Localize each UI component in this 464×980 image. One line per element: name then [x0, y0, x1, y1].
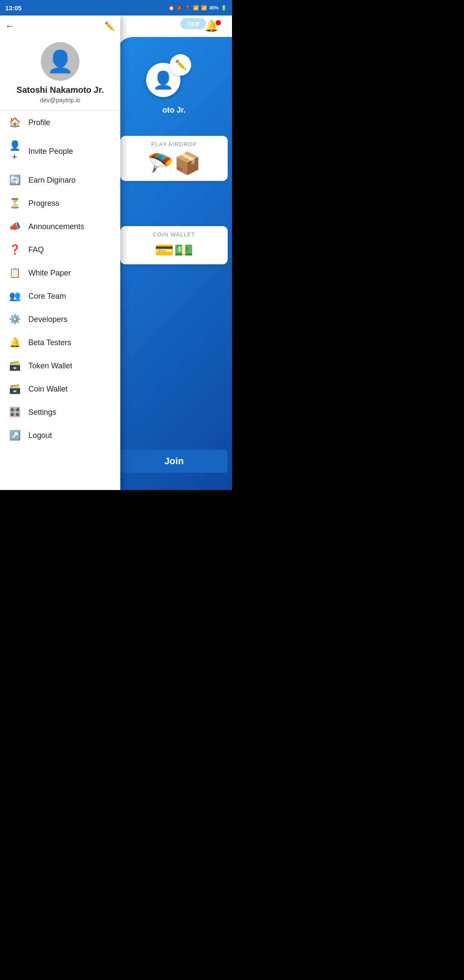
menu-label-announcements: Announcements	[28, 222, 84, 231]
drawer-profile: 👤 Satoshi Nakamoto Jr. dev@paytrip.io	[0, 37, 120, 111]
menu-label-whitepaper: White Paper	[28, 269, 71, 278]
menu-item-logout[interactable]: ↗️ Logout	[0, 424, 120, 447]
menu-item-profile[interactable]: 🏠 Profile	[0, 111, 120, 134]
menu-item-progress[interactable]: ⏳ Progress	[0, 192, 120, 215]
coin-wallet-icon: 💳💵	[125, 241, 223, 259]
battery-icon: 🔋	[221, 5, 227, 11]
menu-label-progress: Progress	[28, 199, 59, 208]
menu-label-developers: Developers	[28, 315, 67, 324]
menu-item-faq[interactable]: ❓ FAQ	[0, 238, 120, 261]
menu-icon-earn: 🔄	[9, 175, 21, 186]
mute-icon: 🔕	[177, 5, 183, 11]
alarm-icon: ⏰	[168, 5, 174, 11]
menu-label-coreteam: Core Team	[28, 292, 66, 301]
menu-icon-coreteam: 👥	[9, 291, 21, 302]
airdrop-card[interactable]: PLAY AIRDROP 🪂📦	[120, 136, 228, 181]
avatar-icon: 👤	[47, 49, 73, 74]
bg-edit-button[interactable]: ✏️	[170, 54, 191, 76]
airdrop-icon: 🪂📦	[125, 151, 223, 176]
user-name: Satoshi Nakamoto Jr.	[16, 85, 104, 95]
menu-icon-betatesters: 🔔	[9, 337, 21, 348]
menu-item-earn[interactable]: 🔄 Earn Diginaro	[0, 168, 120, 192]
menu-label-logout: Logout	[28, 431, 52, 440]
navigation-drawer: ← ✏️ 👤 Satoshi Nakamoto Jr. dev@paytrip.…	[0, 15, 120, 490]
menu-label-settings: Settings	[28, 408, 56, 417]
menu-label-faq: FAQ	[28, 245, 44, 254]
menu-icon-announcements: 📣	[9, 221, 21, 232]
notification-bell[interactable]: 🔔	[205, 19, 222, 37]
menu-icon-faq: ❓	[9, 244, 21, 255]
bg-edit-icon: ✏️	[175, 59, 186, 70]
menu-icon-tokenwallet: 🗃️	[9, 360, 21, 371]
status-icons: ⏰ 🔕 📍 📶 📶 45% 🔋	[168, 5, 227, 11]
back-button[interactable]: ←	[5, 21, 15, 32]
airdrop-title: PLAY AIRDROP	[125, 141, 223, 147]
screen: nce 🔔 👤 ✏️ oto Jr. PLAY AIRDROP 🪂📦 COIN …	[0, 15, 232, 490]
menu-list: 🏠 Profile 👤+ Invite People 🔄 Earn Digina…	[0, 111, 120, 490]
menu-item-announcements[interactable]: 📣 Announcements	[0, 215, 120, 238]
menu-item-tokenwallet[interactable]: 🗃️ Token Wallet	[0, 354, 120, 377]
menu-icon-developers: ⚙️	[9, 314, 21, 325]
menu-label-betatesters: Beta Testers	[28, 338, 71, 347]
status-bar: 13:05 ⏰ 🔕 📍 📶 📶 45% 🔋	[0, 0, 232, 15]
menu-item-coreteam[interactable]: 👥 Core Team	[0, 285, 120, 308]
menu-item-invite[interactable]: 👤+ Invite People	[0, 134, 120, 168]
menu-icon-invite: 👤+	[9, 140, 21, 162]
menu-item-developers[interactable]: ⚙️ Developers	[0, 308, 120, 331]
edit-profile-button[interactable]: ✏️	[104, 21, 115, 31]
menu-label-coinwallet: Coin Wallet	[28, 385, 67, 394]
menu-item-betatesters[interactable]: 🔔 Beta Testers	[0, 331, 120, 354]
location-icon: 📍	[185, 5, 191, 11]
bg-person-icon: 👤	[153, 70, 174, 90]
notification-dot	[216, 20, 221, 25]
menu-icon-whitepaper: 📋	[9, 267, 21, 279]
wifi-icon: 📶	[193, 5, 199, 11]
menu-icon-progress: ⏳	[9, 198, 21, 209]
menu-item-whitepaper[interactable]: 📋 White Paper	[0, 261, 120, 285]
menu-label-tokenwallet: Token Wallet	[28, 361, 72, 371]
menu-item-coinwallet[interactable]: 🗃️ Coin Wallet	[0, 377, 120, 401]
balance-button[interactable]: nce	[180, 18, 206, 29]
menu-icon-profile: 🏠	[9, 117, 21, 128]
join-button[interactable]: Join	[120, 450, 228, 473]
bg-username: oto Jr.	[116, 106, 232, 115]
menu-icon-logout: ↗️	[9, 430, 21, 441]
menu-label-earn: Earn Diginaro	[28, 176, 76, 185]
coin-wallet-title: COIN WALLET	[125, 231, 223, 238]
menu-icon-settings: 🎛️	[9, 407, 21, 418]
status-time: 13:05	[5, 4, 21, 12]
battery-label: 45%	[209, 5, 219, 10]
menu-item-settings[interactable]: 🎛️ Settings	[0, 401, 120, 424]
coin-wallet-card[interactable]: COIN WALLET 💳💵	[120, 226, 228, 264]
menu-label-invite: Invite People	[28, 147, 73, 156]
avatar: 👤	[41, 42, 79, 81]
menu-label-profile: Profile	[28, 118, 50, 127]
menu-icon-coinwallet: 🗃️	[9, 383, 21, 395]
drawer-topbar: ← ✏️	[0, 15, 120, 37]
signal-icon: 📶	[201, 5, 207, 11]
user-email: dev@paytrip.io	[40, 97, 80, 104]
